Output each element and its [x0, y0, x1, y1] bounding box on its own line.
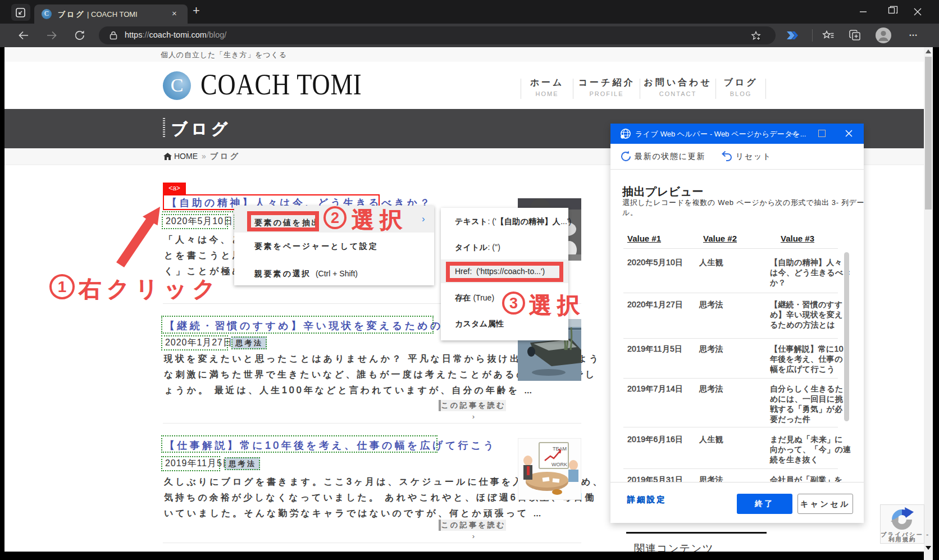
- svg-text:TEAM: TEAM: [553, 446, 567, 452]
- svg-text:WORK: WORK: [551, 462, 567, 467]
